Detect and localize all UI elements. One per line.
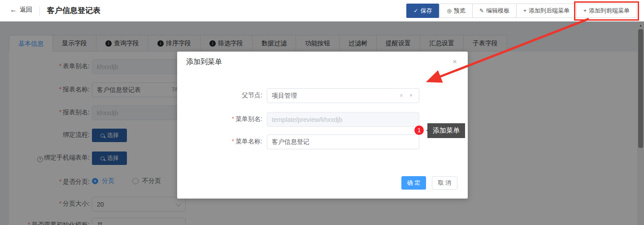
parent-node-select[interactable]: 项目管理 [267, 88, 419, 103]
confirm-button[interactable]: 确 定 [401, 176, 426, 190]
add-backend-label: 添加到后端菜单 [529, 7, 570, 15]
back-button[interactable]: ← 返回 [10, 6, 32, 14]
label-text: 菜单名称: [235, 138, 262, 145]
caret-down-icon: ▼ [409, 93, 413, 98]
save-label: 保存 [420, 7, 432, 15]
annotation-tooltip: 添加菜单 [427, 123, 465, 138]
add-backend-menu-button[interactable]: + 添加到后端菜单 [516, 4, 577, 18]
menu-name-input[interactable] [267, 134, 419, 149]
add-to-menu-dialog: 添加到菜单 × 父节点: 项目管理 × ▼ *菜单别名: *菜单名称: 确 定 … [177, 52, 468, 199]
annotation-step-badge: 1 [414, 125, 424, 135]
plus-icon: + [523, 8, 527, 14]
field-label: *菜单别名: [177, 115, 262, 123]
add-frontend-menu-button[interactable]: + 添加到前端菜单 [576, 4, 637, 18]
edit-template-label: 编辑模板 [486, 7, 509, 15]
page-title: 客户信息登记表 [47, 5, 100, 16]
add-frontend-label: 添加到前端菜单 [589, 7, 630, 15]
eye-icon: ◎ [447, 8, 451, 14]
check-icon: ✓ [413, 8, 418, 14]
dialog-title: 添加到菜单 [186, 57, 222, 67]
save-button[interactable]: ✓ 保存 [406, 4, 439, 18]
top-header: ← 返回 客户信息登记表 ✓ 保存 ◎ 预览 ✎ 编辑模板 + 添加到后端菜单 [0, 0, 644, 22]
header-divider [39, 6, 40, 15]
field-label: *菜单名称: [177, 138, 262, 146]
parent-node-value: 项目管理 [272, 92, 297, 100]
preview-button[interactable]: ◎ 预览 [439, 4, 472, 18]
header-actions: ✓ 保存 ◎ 预览 ✎ 编辑模板 + 添加到后端菜单 + 添加到前端菜单 [406, 4, 637, 18]
label-text: 父节点: [242, 91, 262, 99]
edit-template-button[interactable]: ✎ 编辑模板 [472, 4, 517, 18]
required-marker: * [232, 115, 234, 122]
menu-alias-input[interactable] [267, 112, 419, 127]
close-icon[interactable]: × [453, 58, 457, 65]
plus-icon: + [583, 8, 587, 14]
required-marker: * [232, 138, 234, 145]
preview-label: 预览 [454, 7, 466, 15]
label-text: 菜单别名: [235, 115, 262, 122]
back-arrow-icon: ← [10, 6, 17, 14]
cancel-button[interactable]: 取 消 [432, 176, 457, 190]
app-screen: ← 返回 客户信息登记表 ✓ 保存 ◎ 预览 ✎ 编辑模板 + 添加到后端菜单 [0, 0, 644, 225]
back-label: 返回 [20, 6, 32, 14]
pencil-icon: ✎ [479, 8, 484, 14]
field-label: 父节点: [177, 91, 262, 100]
clear-icon[interactable]: × [400, 92, 403, 99]
